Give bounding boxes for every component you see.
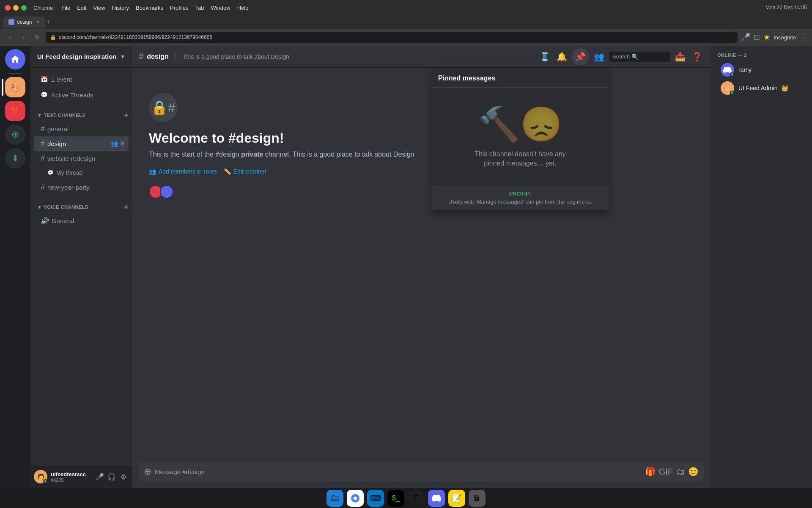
member-ramy[interactable]: ramy bbox=[714, 61, 809, 79]
members-button[interactable]: 👥 bbox=[592, 50, 606, 64]
sidebar-item-event[interactable]: 📅 1 event bbox=[34, 72, 129, 87]
member-name-admin: UI Feed Admin 👑 bbox=[738, 85, 788, 91]
menu-profiles[interactable]: Profiles bbox=[170, 5, 188, 11]
channel-welcome-icon: 🔒# bbox=[149, 93, 178, 122]
sticker-button[interactable]: 🗂 bbox=[676, 467, 685, 477]
channel-website-redesign[interactable]: # website-redesign bbox=[34, 151, 129, 166]
search-bar[interactable]: Search 🔍 bbox=[609, 52, 670, 62]
back-button[interactable]: ‹ bbox=[5, 34, 15, 41]
reload-button[interactable]: ↻ bbox=[32, 34, 42, 41]
sidebar-content: 📅 1 event 💬 Active Threads ▼ TEXT CHANNE… bbox=[30, 68, 132, 466]
dock-terminal[interactable]: $_ bbox=[387, 490, 404, 507]
incognito-label[interactable]: Incognito bbox=[774, 34, 796, 41]
pin-button[interactable]: 📌 bbox=[572, 48, 589, 65]
emoji-button[interactable]: 😊 bbox=[688, 467, 699, 477]
add-members-button[interactable]: 👥 Add members or roles bbox=[149, 168, 217, 175]
message-input-field[interactable]: Message #design bbox=[155, 468, 642, 475]
channel-name: design bbox=[147, 53, 169, 61]
bell-button[interactable]: 🔔 bbox=[555, 50, 568, 64]
download-button[interactable]: ⬇ bbox=[5, 148, 25, 168]
section-chevron-icon: ▼ bbox=[37, 204, 42, 210]
dock-vscode[interactable]: ⌨ bbox=[367, 490, 384, 507]
add-voice-channel-button[interactable]: + bbox=[124, 203, 129, 212]
new-tab-button[interactable]: + bbox=[47, 18, 50, 26]
tab-close-button[interactable]: ✕ bbox=[36, 19, 40, 25]
menu-window[interactable]: Window bbox=[211, 5, 230, 11]
help-button[interactable]: ❓ bbox=[690, 50, 704, 64]
menu-file[interactable]: File bbox=[61, 5, 70, 11]
url-bar[interactable]: 🔒 discord.com/channels/92249118030915998… bbox=[46, 32, 738, 43]
maximize-button[interactable] bbox=[21, 5, 27, 11]
channel-description: This is a good place to talk about Desig… bbox=[183, 53, 289, 60]
cast-icon[interactable]: ⊡ bbox=[754, 33, 760, 42]
menu-tab[interactable]: Tab bbox=[195, 5, 204, 11]
gif-button[interactable]: GIF bbox=[659, 467, 673, 477]
discord-app: 🎨 ❤️ ⊕ ⬇ UI Feed design inspiration ▼ 📅 … bbox=[0, 46, 812, 488]
server-emoji: 🎨 bbox=[10, 82, 21, 92]
gift-button[interactable]: 🎁 bbox=[645, 467, 656, 477]
active-tab[interactable]: d design ✕ bbox=[3, 17, 45, 28]
text-channels-header[interactable]: ▼ TEXT CHANNELS + bbox=[30, 109, 132, 121]
headphones-button[interactable]: 🎧 bbox=[107, 473, 117, 481]
close-button[interactable] bbox=[5, 5, 11, 11]
inbox-button[interactable]: 📥 bbox=[673, 50, 687, 64]
threads-button[interactable]: 🧵 bbox=[538, 50, 551, 64]
thread-my-thread[interactable]: 💬 My thread bbox=[34, 166, 129, 179]
member-ui-feed-admin[interactable]: U UI Feed Admin 👑 bbox=[714, 79, 809, 97]
pinned-empty-text: This channel doesn't have anypinned mess… bbox=[475, 149, 566, 168]
menu-bookmarks[interactable]: Bookmarks bbox=[136, 5, 163, 11]
channel-new-year-party[interactable]: # new-year-party bbox=[34, 180, 129, 194]
more-icon[interactable]: ⋮ bbox=[799, 33, 807, 42]
explore-button[interactable]: ⊕ bbox=[5, 124, 25, 145]
home-button[interactable] bbox=[5, 49, 25, 69]
forward-button[interactable]: › bbox=[19, 34, 29, 41]
voice-general-label: General bbox=[52, 217, 74, 224]
pinned-header: Pinned messages bbox=[431, 68, 609, 88]
voice-channels-header[interactable]: ▼ VOICE CHANNELS + bbox=[30, 201, 132, 213]
voice-channels-section: ▼ VOICE CHANNELS + 🔊 General bbox=[30, 201, 132, 228]
microphone-button[interactable]: 🎤 bbox=[95, 473, 105, 481]
menu-history[interactable]: History bbox=[112, 5, 129, 11]
pin-icon: 📌 bbox=[575, 52, 586, 62]
edit-channel-button[interactable]: ✏️ Edit channel bbox=[224, 168, 266, 175]
menu-help[interactable]: Help bbox=[237, 5, 249, 11]
server-icon-uifeed[interactable]: 🎨 bbox=[5, 77, 25, 97]
hash-large-icon: 🔒# bbox=[151, 99, 176, 116]
dock-chrome[interactable] bbox=[347, 490, 364, 507]
voice-channel-general[interactable]: 🔊 General bbox=[34, 213, 129, 228]
add-channel-button[interactable]: + bbox=[124, 111, 129, 120]
settings-icon[interactable]: ⚙ bbox=[120, 140, 125, 147]
user-avatar[interactable]: 🧑 bbox=[34, 470, 47, 483]
message-add-button[interactable]: ⊕ bbox=[144, 466, 151, 477]
mic-icon[interactable]: 🎤 bbox=[741, 33, 750, 42]
dock-trash[interactable]: 🗑 bbox=[469, 490, 486, 507]
pinned-protip: PROTIP: Users with 'Manage messages' can… bbox=[431, 185, 609, 210]
menu-view[interactable]: View bbox=[93, 5, 105, 11]
server-header[interactable]: UI Feed design inspiration ▼ bbox=[30, 46, 132, 68]
member-avatar-ramy bbox=[721, 63, 734, 77]
channel-general[interactable]: # general bbox=[34, 121, 129, 136]
dock-figma[interactable]: F bbox=[408, 490, 425, 507]
header-divider bbox=[176, 52, 176, 61]
members-add-icon[interactable]: 👥 bbox=[111, 140, 118, 147]
member-avatar-2 bbox=[160, 185, 173, 199]
bookmark-icon[interactable]: ★ bbox=[763, 33, 770, 42]
dock-finder[interactable]: 🗂 bbox=[326, 490, 343, 507]
minimize-button[interactable] bbox=[13, 5, 19, 11]
user-settings-button[interactable]: ⚙ bbox=[118, 473, 129, 481]
thread-icon: 💬 bbox=[47, 170, 54, 176]
channel-design[interactable]: # design 👥 ⚙ bbox=[34, 136, 129, 151]
hash-icon: # bbox=[41, 139, 45, 148]
speaker-icon: 🔊 bbox=[41, 217, 49, 225]
lock-icon: 🔒 bbox=[50, 34, 56, 40]
welcome-section: 🔒# Welcome to #design! This is the start… bbox=[132, 76, 710, 207]
chevron-down-icon: ▼ bbox=[120, 54, 125, 60]
dock-notes[interactable]: 📝 bbox=[448, 490, 465, 507]
edit-channel-label: Edit channel bbox=[233, 168, 266, 175]
server-icon-b[interactable]: ❤️ bbox=[5, 101, 25, 121]
menu-edit[interactable]: Edit bbox=[77, 5, 86, 11]
welcome-title: Welcome to #design! bbox=[149, 130, 694, 146]
sidebar-item-active-threads[interactable]: 💬 Active Threads bbox=[34, 87, 129, 102]
dock-discord[interactable] bbox=[428, 490, 445, 507]
plus-icon: ⊕ bbox=[11, 129, 19, 140]
